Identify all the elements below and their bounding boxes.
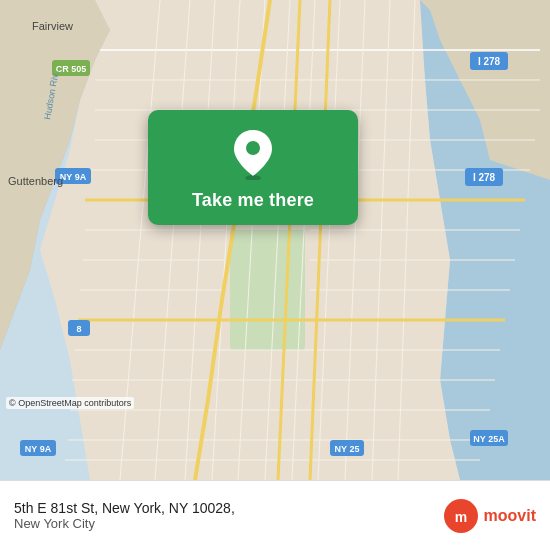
svg-text:m: m (454, 509, 466, 525)
svg-text:NY 9A: NY 9A (60, 172, 87, 182)
svg-text:NY 25A: NY 25A (473, 434, 505, 444)
svg-text:Guttenberg: Guttenberg (8, 175, 63, 187)
map-container: I 278 I 278 NY 9A NY 9A 8 NY 25 NY 25A C… (0, 0, 550, 480)
svg-point-60 (246, 141, 260, 155)
city-line: New York City (14, 516, 235, 531)
svg-text:NY 25: NY 25 (335, 444, 360, 454)
svg-text:8: 8 (76, 324, 81, 334)
address-line: 5th E 81st St, New York, NY 10028, (14, 500, 235, 516)
svg-text:NY 9A: NY 9A (25, 444, 52, 454)
take-me-there-button[interactable]: Take me there (192, 190, 314, 211)
svg-text:I 278: I 278 (478, 56, 501, 67)
popup-card: Take me there (148, 110, 358, 225)
svg-text:Fairview: Fairview (32, 20, 73, 32)
moovit-logo: m moovit (443, 498, 536, 534)
address-section: 5th E 81st St, New York, NY 10028, New Y… (14, 500, 235, 531)
moovit-text: moovit (484, 507, 536, 525)
moovit-icon: m (443, 498, 479, 534)
svg-rect-6 (230, 230, 305, 350)
osm-credit: © OpenStreetMap contributors (6, 397, 134, 409)
svg-text:I 278: I 278 (473, 172, 496, 183)
location-pin-icon (227, 128, 279, 180)
bottom-bar: 5th E 81st St, New York, NY 10028, New Y… (0, 480, 550, 550)
